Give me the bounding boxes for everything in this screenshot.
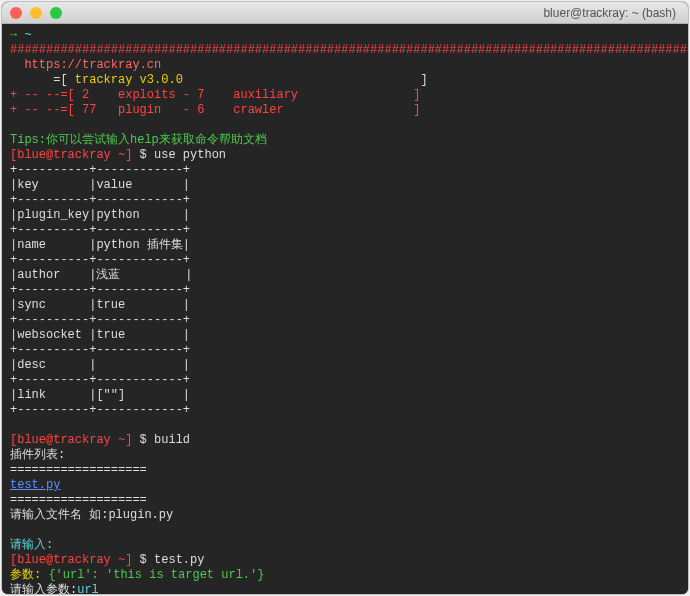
divider-line: =================== xyxy=(10,463,147,477)
divider-line: =================== xyxy=(10,493,147,507)
prompt-dollar: $ xyxy=(132,433,154,447)
table-border: +----------+------------+ xyxy=(10,373,190,387)
cmd-use-python: use python xyxy=(154,148,226,162)
prompt-path: ~ xyxy=(24,28,31,42)
table-border: +----------+------------+ xyxy=(10,343,190,357)
traffic-lights xyxy=(10,7,62,19)
table-row: |websocket |true | xyxy=(10,328,190,342)
table-border: +----------+------------+ xyxy=(10,253,190,267)
param-label: 参数: xyxy=(10,568,41,582)
input-param-name: url xyxy=(77,583,99,594)
minimize-icon[interactable] xyxy=(30,7,42,19)
table-row: |name |python 插件集| xyxy=(10,238,190,252)
table-row: |key |value | xyxy=(10,178,190,192)
prompt-user: [blue@trackray ~] xyxy=(10,433,132,447)
banner-hash: ########################################… xyxy=(10,43,688,57)
table-border: +----------+------------+ xyxy=(10,223,190,237)
maximize-icon[interactable] xyxy=(50,7,62,19)
banner-version: trackray v3.0.0 xyxy=(75,73,183,87)
table-border: +----------+------------+ xyxy=(10,193,190,207)
banner-url: https://trackray.cn xyxy=(24,58,161,72)
titlebar: bluer@trackray: ~ (bash) xyxy=(2,2,688,24)
table-border: +----------+------------+ xyxy=(10,283,190,297)
table-border: +----------+------------+ xyxy=(10,313,190,327)
table-row: |sync |true | xyxy=(10,298,190,312)
param-json: {'url': 'this is target url.'} xyxy=(41,568,264,582)
table-row: |author |浅蓝 | xyxy=(10,268,192,282)
banner-line1-end: ] xyxy=(183,73,428,87)
input-file-prompt: 请输入文件名 如:plugin.py xyxy=(10,508,173,522)
table-row: |plugin_key|python | xyxy=(10,208,190,222)
prompt-dollar: $ xyxy=(132,553,154,567)
table-row: |link |[""] | xyxy=(10,388,190,402)
input-param-prompt: 请输入参数: xyxy=(10,583,77,594)
cmd-testpy: test.py xyxy=(154,553,204,567)
input-label: 请输入: xyxy=(10,538,53,552)
prompt-user: [blue@trackray ~] xyxy=(10,148,132,162)
terminal-window: bluer@trackray: ~ (bash) → ~ ###########… xyxy=(2,2,688,594)
close-icon[interactable] xyxy=(10,7,22,19)
cmd-build: build xyxy=(154,433,190,447)
plugin-list-label: 插件列表: xyxy=(10,448,65,462)
table-row: |desc | | xyxy=(10,358,190,372)
prompt-arrow-icon: → xyxy=(10,28,17,42)
tips-line: Tips:你可以尝试输入help来获取命令帮助文档 xyxy=(10,133,267,147)
prompt-dollar: $ xyxy=(132,148,154,162)
table-border: +----------+------------+ xyxy=(10,403,190,417)
plugin-file: test.py xyxy=(10,478,60,492)
banner-line3: + -- --=[ 77 plugin - 6 crawler ] xyxy=(10,103,420,117)
window-title: bluer@trackray: ~ (bash) xyxy=(543,6,676,20)
terminal-body[interactable]: → ~ ####################################… xyxy=(2,24,688,594)
banner-line1-pre: =[ xyxy=(10,73,75,87)
table-border: +----------+------------+ xyxy=(10,163,190,177)
banner-line2: + -- --=[ 2 exploits - 7 auxiliary ] xyxy=(10,88,420,102)
prompt-user: [blue@trackray ~] xyxy=(10,553,132,567)
